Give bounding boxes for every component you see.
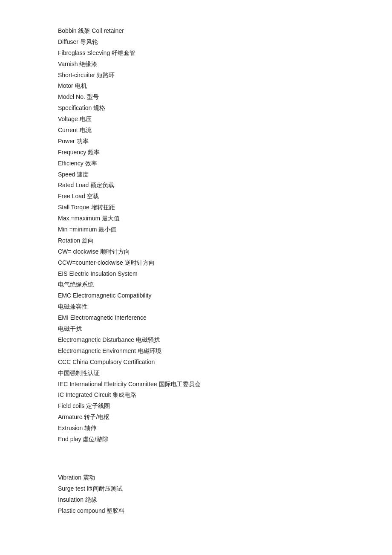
term-line-20: CW= clockwise 顺时针方向 xyxy=(58,246,334,257)
term-line-23: 电气绝缘系统 xyxy=(58,279,334,290)
term-line-18: Min =minimum 最小值 xyxy=(58,224,334,235)
term-line-30: CCC China Compulsory Certification xyxy=(58,357,334,368)
term-line-28: Electromagnetic Disturbance 电磁骚扰 xyxy=(58,335,334,346)
spacer2 xyxy=(58,459,334,472)
term-line-13: Speed 速度 xyxy=(58,169,334,180)
term-line-29: Electromagnetic Environment 电磁环境 xyxy=(58,346,334,357)
spacer xyxy=(58,445,334,459)
term-line-16: Stall Torque 堵转扭距 xyxy=(58,202,334,213)
term-line-25: 电磁兼容性 xyxy=(58,301,334,312)
term-line-9: Current 电流 xyxy=(58,125,334,136)
term-line-1: Diffuser 导风轮 xyxy=(58,37,334,48)
term-line-19: Rotation 旋向 xyxy=(58,235,334,246)
term-line-24: EMC Electromagnetic Compatibility xyxy=(58,290,334,301)
term-line-36: Extrusion 轴伸 xyxy=(58,423,334,434)
term-line-2: Fibreglass Sleeving 纤维套管 xyxy=(58,48,334,59)
term-line-31: 中国强制性认证 xyxy=(58,368,334,379)
term2-line-0: Vibration 震动 xyxy=(58,472,334,483)
term-line-22: EIS Electric Insulation System xyxy=(58,269,334,280)
term-line-34: Field coils 定子线圈 xyxy=(58,401,334,412)
term-line-0: Bobbin 线架 Coil retainer xyxy=(58,26,334,37)
terms2-list: Vibration 震动Surge test 匝间耐压测试Insulation … xyxy=(58,472,334,517)
term-line-8: Voltage 电压 xyxy=(58,114,334,125)
main-content: Bobbin 线架 Coil retainerDiffuser 导风轮Fibre… xyxy=(0,0,392,542)
term-line-12: Efficiency 效率 xyxy=(58,158,334,169)
term-line-27: 电磁干扰 xyxy=(58,324,334,335)
term-line-32: IEC International Eletricity Committee 国… xyxy=(58,379,334,390)
term-line-26: EMI Electromagnetic Interference xyxy=(58,312,334,324)
term2-line-3: Plastic compound 塑胶料 xyxy=(58,506,334,517)
term-line-5: Motor 电机 xyxy=(58,81,334,92)
term-line-21: CCW=counter-clockwise 逆时针方向 xyxy=(58,257,334,269)
term-line-15: Free Load 空载 xyxy=(58,191,334,202)
term-line-4: Short-circuiter 短路环 xyxy=(58,70,334,81)
term-line-6: Model No. 型号 xyxy=(58,92,334,103)
term-line-3: Varnish 绝缘漆 xyxy=(58,59,334,70)
terms-list: Bobbin 线架 Coil retainerDiffuser 导风轮Fibre… xyxy=(58,26,334,445)
term-line-14: Rated Load 额定负载 xyxy=(58,180,334,191)
term2-line-2: Insulation 绝缘 xyxy=(58,494,334,506)
term-line-35: Armature 转子/电枢 xyxy=(58,412,334,423)
term-line-11: Frequency 频率 xyxy=(58,147,334,158)
term-line-17: Max.=maximum 最大值 xyxy=(58,213,334,224)
term2-line-1: Surge test 匝间耐压测试 xyxy=(58,483,334,494)
term-line-37: End play 虚位/游隙 xyxy=(58,434,334,445)
term-line-33: IC Integrated Circuit 集成电路 xyxy=(58,390,334,401)
term-line-10: Power 功率 xyxy=(58,136,334,147)
term-line-7: Specification 规格 xyxy=(58,103,334,114)
